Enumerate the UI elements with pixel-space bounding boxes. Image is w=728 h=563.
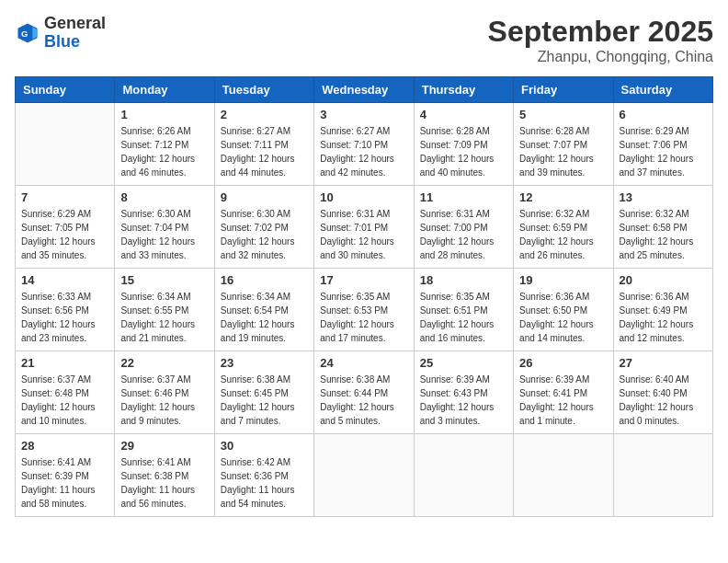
day-cell: 20Sunrise: 6:36 AMSunset: 6:49 PMDayligh… [613,269,712,351]
day-cell: 25Sunrise: 6:39 AMSunset: 6:43 PMDayligh… [414,351,513,434]
weekday-header-cell: Tuesday [214,77,313,103]
day-number: 18 [420,273,507,287]
day-number: 29 [120,439,208,453]
day-info: Sunrise: 6:39 AMSunset: 6:43 PMDaylight:… [420,373,507,428]
day-info: Sunrise: 6:38 AMSunset: 6:45 PMDaylight:… [221,373,308,428]
day-cell [16,103,115,186]
week-row: 7Sunrise: 6:29 AMSunset: 7:05 PMDaylight… [16,186,713,269]
day-number: 19 [519,273,607,287]
day-cell: 10Sunrise: 6:31 AMSunset: 7:01 PMDayligh… [314,186,414,269]
day-cell: 24Sunrise: 6:38 AMSunset: 6:44 PMDayligh… [314,351,414,434]
day-info: Sunrise: 6:41 AMSunset: 6:39 PMDaylight:… [21,455,108,511]
header: G General Blue September 2025 Zhanpu, Ch… [15,15,713,65]
day-cell [514,434,613,517]
day-info: Sunrise: 6:27 AMSunset: 7:11 PMDaylight:… [221,124,308,179]
day-number: 26 [519,356,607,370]
day-cell: 18Sunrise: 6:35 AMSunset: 6:51 PMDayligh… [414,269,513,351]
calendar-body: 1Sunrise: 6:26 AMSunset: 7:12 PMDaylight… [16,103,713,517]
weekday-header-cell: Monday [115,77,214,103]
day-number: 21 [21,356,108,370]
day-info: Sunrise: 6:37 AMSunset: 6:46 PMDaylight:… [120,373,208,428]
day-cell: 22Sunrise: 6:37 AMSunset: 6:46 PMDayligh… [115,351,214,434]
day-cell: 26Sunrise: 6:39 AMSunset: 6:41 PMDayligh… [514,351,613,434]
day-number: 25 [420,356,507,370]
day-cell: 14Sunrise: 6:33 AMSunset: 6:56 PMDayligh… [16,269,115,351]
day-number: 6 [620,108,707,121]
day-cell [414,434,513,517]
logo-general-text: General [44,14,106,32]
day-info: Sunrise: 6:29 AMSunset: 7:06 PMDaylight:… [620,124,707,179]
weekday-header-cell: Saturday [613,77,712,103]
day-number: 17 [320,273,407,287]
day-cell: 5Sunrise: 6:28 AMSunset: 7:07 PMDaylight… [514,103,613,186]
day-cell: 19Sunrise: 6:36 AMSunset: 6:50 PMDayligh… [514,269,613,351]
week-row: 21Sunrise: 6:37 AMSunset: 6:48 PMDayligh… [16,351,713,434]
svg-text:G: G [21,29,28,39]
title-area: September 2025 Zhanpu, Chongqing, China [488,15,713,65]
day-info: Sunrise: 6:28 AMSunset: 7:07 PMDaylight:… [519,124,607,179]
day-info: Sunrise: 6:30 AMSunset: 7:02 PMDaylight:… [221,207,308,262]
logo: G General Blue [15,15,106,52]
day-number: 2 [221,108,308,121]
day-info: Sunrise: 6:34 AMSunset: 6:55 PMDaylight:… [120,290,208,345]
day-info: Sunrise: 6:36 AMSunset: 6:50 PMDaylight:… [519,290,607,345]
day-cell: 13Sunrise: 6:32 AMSunset: 6:58 PMDayligh… [613,186,712,269]
day-cell: 30Sunrise: 6:42 AMSunset: 6:36 PMDayligh… [214,434,313,517]
week-row: 14Sunrise: 6:33 AMSunset: 6:56 PMDayligh… [16,269,713,351]
day-cell: 11Sunrise: 6:31 AMSunset: 7:00 PMDayligh… [414,186,513,269]
day-info: Sunrise: 6:32 AMSunset: 6:59 PMDaylight:… [519,207,607,262]
day-cell: 2Sunrise: 6:27 AMSunset: 7:11 PMDaylight… [214,103,313,186]
day-number: 8 [120,190,208,204]
day-info: Sunrise: 6:39 AMSunset: 6:41 PMDaylight:… [519,373,607,428]
weekday-header-cell: Friday [514,77,613,103]
day-info: Sunrise: 6:40 AMSunset: 6:40 PMDaylight:… [620,373,707,428]
day-info: Sunrise: 6:36 AMSunset: 6:49 PMDaylight:… [620,290,707,345]
day-info: Sunrise: 6:35 AMSunset: 6:51 PMDaylight:… [420,290,507,345]
day-cell: 3Sunrise: 6:27 AMSunset: 7:10 PMDaylight… [314,103,414,186]
day-cell: 1Sunrise: 6:26 AMSunset: 7:12 PMDaylight… [115,103,214,186]
day-number: 23 [221,356,308,370]
day-number: 30 [221,439,308,453]
day-number: 9 [221,190,308,204]
day-info: Sunrise: 6:29 AMSunset: 7:05 PMDaylight:… [21,207,108,262]
week-row: 28Sunrise: 6:41 AMSunset: 6:39 PMDayligh… [16,434,713,517]
day-cell: 27Sunrise: 6:40 AMSunset: 6:40 PMDayligh… [613,351,712,434]
day-cell: 9Sunrise: 6:30 AMSunset: 7:02 PMDaylight… [214,186,313,269]
day-number: 5 [519,108,607,121]
logo-blue-text: Blue [44,32,80,51]
day-cell: 23Sunrise: 6:38 AMSunset: 6:45 PMDayligh… [214,351,313,434]
day-info: Sunrise: 6:37 AMSunset: 6:48 PMDaylight:… [21,373,108,428]
day-cell [613,434,712,517]
day-cell: 17Sunrise: 6:35 AMSunset: 6:53 PMDayligh… [314,269,414,351]
day-cell: 28Sunrise: 6:41 AMSunset: 6:39 PMDayligh… [16,434,115,517]
day-cell: 12Sunrise: 6:32 AMSunset: 6:59 PMDayligh… [514,186,613,269]
day-info: Sunrise: 6:32 AMSunset: 6:58 PMDaylight:… [620,207,707,262]
day-info: Sunrise: 6:31 AMSunset: 7:00 PMDaylight:… [420,207,507,262]
day-info: Sunrise: 6:34 AMSunset: 6:54 PMDaylight:… [221,290,308,345]
day-cell: 15Sunrise: 6:34 AMSunset: 6:55 PMDayligh… [115,269,214,351]
location-title: Zhanpu, Chongqing, China [488,49,713,65]
day-info: Sunrise: 6:26 AMSunset: 7:12 PMDaylight:… [120,124,208,179]
day-cell: 7Sunrise: 6:29 AMSunset: 7:05 PMDaylight… [16,186,115,269]
weekday-header-cell: Sunday [16,77,115,103]
day-number: 20 [620,273,707,287]
day-info: Sunrise: 6:35 AMSunset: 6:53 PMDaylight:… [320,290,407,345]
day-cell: 16Sunrise: 6:34 AMSunset: 6:54 PMDayligh… [214,269,313,351]
day-cell: 6Sunrise: 6:29 AMSunset: 7:06 PMDaylight… [613,103,712,186]
day-info: Sunrise: 6:42 AMSunset: 6:36 PMDaylight:… [221,455,308,511]
day-number: 10 [320,190,407,204]
day-info: Sunrise: 6:30 AMSunset: 7:04 PMDaylight:… [120,207,208,262]
day-number: 7 [21,190,108,204]
day-number: 15 [120,273,208,287]
day-cell: 21Sunrise: 6:37 AMSunset: 6:48 PMDayligh… [16,351,115,434]
weekday-header-row: SundayMondayTuesdayWednesdayThursdayFrid… [16,77,713,103]
day-info: Sunrise: 6:27 AMSunset: 7:10 PMDaylight:… [320,124,407,179]
month-title: September 2025 [488,15,713,49]
day-number: 27 [620,356,707,370]
day-number: 24 [320,356,407,370]
day-number: 3 [320,108,407,121]
day-cell: 8Sunrise: 6:30 AMSunset: 7:04 PMDaylight… [115,186,214,269]
day-number: 16 [221,273,308,287]
weekday-header-cell: Wednesday [314,77,414,103]
week-row: 1Sunrise: 6:26 AMSunset: 7:12 PMDaylight… [16,103,713,186]
